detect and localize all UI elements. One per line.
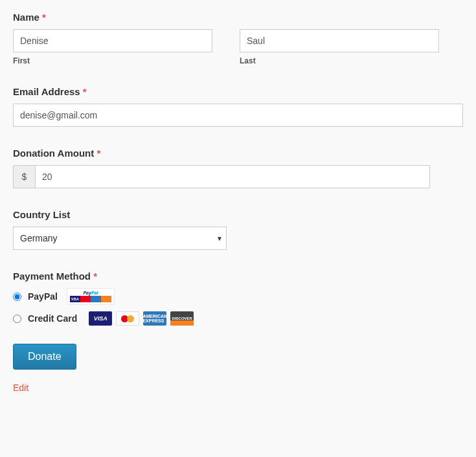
first-name-input[interactable]: [13, 29, 212, 52]
payment-option-cc: Credit Card VISA AMERICANEXPRESS DISCOVE…: [13, 311, 463, 326]
visa-icon: VISA: [70, 296, 80, 302]
amount-field: Donation Amount * $: [13, 148, 463, 188]
creditcard-radio[interactable]: [13, 315, 21, 323]
mastercard-icon: [80, 296, 91, 302]
email-field: Email Address *: [13, 86, 463, 127]
discover-icon: [101, 296, 111, 302]
last-name-sublabel: Last: [240, 56, 439, 65]
discover-icon: DISCOVER: [170, 311, 194, 326]
payment-field: Payment Method * PayPal PayPal VISA Cred…: [13, 271, 463, 326]
amex-icon: [91, 296, 101, 302]
creditcard-radio-label[interactable]: Credit Card: [28, 313, 77, 324]
donate-button[interactable]: Donate: [13, 344, 76, 370]
required-asterisk: *: [96, 148, 100, 159]
currency-prefix: $: [13, 165, 35, 188]
required-asterisk: *: [83, 86, 87, 97]
email-label: Email Address *: [13, 86, 463, 97]
amex-icon: AMERICANEXPRESS: [143, 311, 166, 326]
mastercard-icon: [116, 311, 139, 326]
country-label: Country List: [13, 209, 463, 220]
country-select[interactable]: Germany: [13, 227, 227, 250]
donation-form: Name * First Last Email Address * Donati…: [13, 12, 463, 393]
paypal-icon: PayPal VISA: [67, 288, 115, 305]
paypal-radio[interactable]: [13, 293, 21, 301]
name-label: Name *: [13, 12, 463, 23]
email-input[interactable]: [13, 104, 463, 127]
paypal-radio-label[interactable]: PayPal: [28, 291, 58, 302]
last-name-input[interactable]: [240, 29, 439, 52]
required-asterisk: *: [42, 12, 46, 23]
payment-label: Payment Method *: [13, 271, 463, 282]
first-name-sublabel: First: [13, 56, 212, 65]
visa-icon: VISA: [89, 311, 112, 326]
amount-label: Donation Amount *: [13, 148, 463, 159]
name-field: Name * First Last: [13, 12, 463, 65]
required-asterisk: *: [93, 271, 97, 282]
amount-input[interactable]: [35, 165, 430, 188]
edit-link[interactable]: Edit: [13, 383, 463, 393]
country-field: Country List Germany ▼: [13, 209, 463, 250]
card-icons: VISA AMERICANEXPRESS DISCOVER: [89, 311, 194, 326]
payment-option-paypal: PayPal PayPal VISA: [13, 288, 463, 305]
